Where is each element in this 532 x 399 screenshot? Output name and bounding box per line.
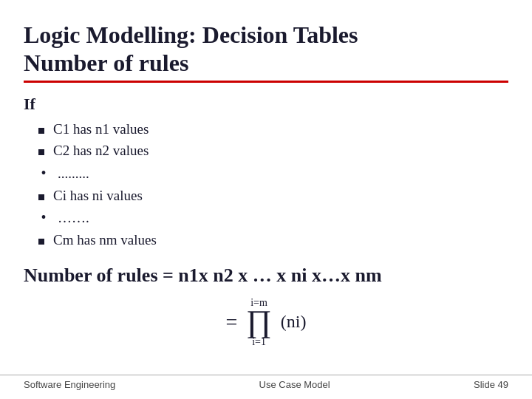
footer: Software Engineering Use Case Model Slid… [0,375,532,390]
formula-ni: (ni) [281,312,307,332]
product-sub: i=1 [252,336,266,347]
list-item: • ......... [38,162,508,185]
list-item: C1 has n1 values [38,118,508,140]
bullet-list: C1 has n1 values C2 has n2 values • ....… [38,118,508,251]
slide-label: Slide [474,379,495,390]
list-item-text: C2 has n2 values [53,140,149,161]
footer-center: Use Case Model [259,379,330,390]
list-item-text: C1 has n1 values [53,118,149,140]
bullet-icon [38,149,44,155]
title-line1: Logic Modelling: Decision Tables [24,21,358,48]
list-item-text: Ci has ni values [53,185,143,206]
if-label: If [24,95,508,114]
list-item: C2 has n2 values [38,140,508,161]
bullet-icon [38,239,44,245]
list-item: Cm has nm values [38,229,508,250]
list-item-text: ......... [58,163,89,184]
bullet-icon: • [38,162,49,185]
slide-number: Slide 49 [474,379,508,390]
formula-row: = i=m ∏ i=1 (ni) [225,297,306,348]
bullet-icon [38,128,44,134]
footer-left: Software Engineering [24,379,115,390]
bullet-icon [38,194,44,200]
bullet-icon: • [38,206,49,229]
slide-title: Logic Modelling: Decision Tables Number … [24,21,508,78]
product-symbol: i=m ∏ i=1 [246,297,272,348]
formula-equals: = [225,310,237,334]
slide: Logic Modelling: Decision Tables Number … [0,0,532,399]
list-item: Ci has ni values [38,185,508,206]
title-block: Logic Modelling: Decision Tables Number … [24,21,508,90]
list-item-text: Cm has nm values [53,229,157,250]
formula-block: = i=m ∏ i=1 (ni) [24,297,508,348]
list-item: • ……. [38,206,508,229]
title-line2: Number of rules [24,50,188,76]
title-divider [24,81,508,83]
product-pi-icon: ∏ [246,308,272,336]
slide-num-value: 49 [498,379,508,390]
list-item-text: ……. [58,207,89,228]
number-of-rules-text: Number of rules = n1x n2 x … x ni x…x nm [24,265,508,287]
